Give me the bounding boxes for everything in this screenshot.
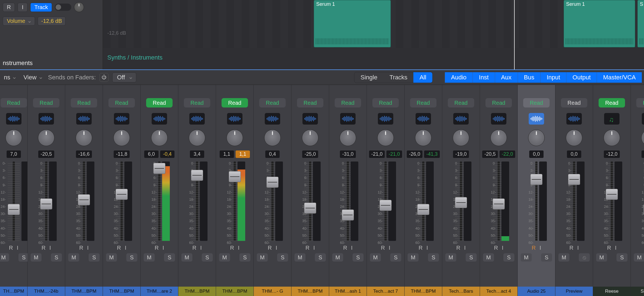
mute-button[interactable]: M bbox=[521, 253, 532, 262]
fader-cap[interactable] bbox=[530, 174, 542, 185]
mute-button[interactable]: M bbox=[181, 253, 192, 262]
mute-button[interactable]: M bbox=[332, 253, 343, 262]
fader-value[interactable]: -25,0 bbox=[302, 150, 318, 158]
solo-button[interactable]: S bbox=[51, 253, 62, 262]
input-monitor[interactable]: I bbox=[162, 245, 164, 251]
sends-power-button[interactable]: ⏻ bbox=[100, 73, 108, 82]
mute-button[interactable]: M bbox=[370, 253, 381, 262]
solo-button[interactable]: S bbox=[239, 253, 250, 262]
input-monitor[interactable]: I bbox=[426, 245, 428, 251]
input-monitor[interactable]: I bbox=[238, 245, 239, 251]
fader-cap[interactable] bbox=[493, 198, 505, 209]
channel-name[interactable]: THM…BPM bbox=[216, 287, 253, 296]
record-enable[interactable]: R bbox=[494, 245, 498, 251]
solo-button[interactable]: S bbox=[126, 253, 137, 262]
input-monitor[interactable]: I bbox=[539, 245, 541, 251]
solo-button[interactable]: S bbox=[164, 253, 175, 262]
fader-cap[interactable] bbox=[229, 171, 241, 182]
channel-name[interactable]: THM…ash 1 bbox=[329, 287, 367, 296]
fader-cap[interactable] bbox=[191, 170, 203, 181]
input-monitor[interactable]: I bbox=[351, 245, 353, 251]
automation-read-button[interactable]: Read bbox=[335, 98, 361, 107]
channel-name[interactable]: Reese bbox=[593, 287, 631, 296]
channel-icon[interactable] bbox=[529, 113, 544, 125]
input-monitor[interactable]: I bbox=[313, 245, 315, 251]
fader-cap[interactable] bbox=[304, 203, 316, 214]
filter-bus[interactable]: Bus bbox=[518, 72, 541, 83]
automation-value[interactable]: -12,6 dB bbox=[38, 17, 66, 26]
channel-name[interactable]: Tech…act 4 bbox=[480, 287, 517, 296]
pan-knob[interactable] bbox=[113, 130, 130, 146]
input-monitor[interactable]: I bbox=[389, 245, 390, 251]
record-enable[interactable]: R bbox=[381, 245, 385, 251]
channel-icon[interactable] bbox=[302, 113, 318, 125]
channel-name[interactable]: Audio 25 bbox=[518, 287, 555, 296]
input-monitor[interactable]: I bbox=[200, 245, 202, 251]
fader-cap[interactable] bbox=[116, 189, 128, 200]
mute-button[interactable]: M bbox=[106, 253, 117, 262]
mute-button[interactable]: M bbox=[31, 253, 42, 262]
channel-name[interactable]: Synth St bbox=[631, 287, 644, 296]
fader-value[interactable]: -20,5 bbox=[482, 150, 498, 158]
channel-icon[interactable] bbox=[566, 113, 582, 125]
arrange-area[interactable]: -12,6 dB Synths / Instruments Serum 1Ser… bbox=[103, 0, 644, 69]
channel-name[interactable]: TH…BPM bbox=[0, 287, 27, 296]
fader-value[interactable]: -26,0 bbox=[407, 150, 422, 158]
pan-knob[interactable] bbox=[302, 130, 318, 146]
pan-knob[interactable] bbox=[453, 130, 469, 146]
channel-icon[interactable] bbox=[76, 113, 92, 125]
automation-read-button[interactable]: Read bbox=[636, 98, 644, 107]
input-monitor[interactable]: I bbox=[615, 245, 616, 251]
channel-icon[interactable] bbox=[227, 113, 242, 125]
automation-read-button[interactable]: Read bbox=[222, 98, 248, 107]
input-monitor[interactable]: I bbox=[577, 245, 579, 251]
input-monitor[interactable]: I bbox=[125, 245, 126, 251]
pan-knob[interactable] bbox=[76, 130, 92, 146]
automation-read-button[interactable]: Read bbox=[184, 98, 210, 107]
fader-cap[interactable] bbox=[417, 204, 429, 215]
channel-name[interactable]: THM…BPM bbox=[405, 287, 442, 296]
mute-button[interactable]: M bbox=[219, 253, 230, 262]
mute-button[interactable]: M bbox=[634, 253, 644, 262]
fader-value[interactable]: -11,8 bbox=[114, 150, 129, 158]
solo-button[interactable]: S bbox=[202, 253, 213, 262]
pan-knob[interactable] bbox=[641, 130, 644, 146]
channel-name[interactable]: THM…-24b bbox=[28, 287, 65, 296]
channel-icon[interactable] bbox=[6, 113, 21, 125]
record-enable[interactable]: R bbox=[79, 245, 83, 251]
automation-read-button[interactable]: Read bbox=[259, 98, 286, 107]
pan-knob[interactable] bbox=[377, 130, 394, 146]
input-monitor[interactable]: I bbox=[49, 245, 51, 251]
fader-value[interactable]: 0,0 bbox=[567, 150, 581, 158]
channel-name[interactable]: THM…BPM bbox=[103, 287, 140, 296]
fader-cap[interactable] bbox=[266, 177, 279, 188]
mixer-view-tracks[interactable]: Tracks bbox=[383, 72, 413, 83]
automation-read-button[interactable]: Read bbox=[599, 98, 625, 107]
record-enable[interactable]: R bbox=[268, 245, 272, 251]
pan-knob[interactable] bbox=[604, 130, 620, 146]
automation-read-button[interactable]: Read bbox=[485, 98, 512, 107]
fader-cap[interactable] bbox=[455, 197, 467, 208]
solo-button[interactable]: S bbox=[277, 253, 288, 262]
channel-name[interactable]: THM…BPM bbox=[178, 287, 216, 296]
channel-name[interactable]: Tech…act 7 bbox=[367, 287, 404, 296]
inspector-knob[interactable] bbox=[74, 2, 84, 12]
playhead[interactable] bbox=[514, 0, 515, 69]
peak-value[interactable]: -0,4 bbox=[160, 150, 174, 158]
record-enable[interactable]: R bbox=[305, 245, 309, 251]
mute-button[interactable]: M bbox=[257, 253, 268, 262]
automation-read-button[interactable]: Read bbox=[33, 98, 59, 107]
mute-button[interactable]: M bbox=[144, 253, 155, 262]
solo-button[interactable]: S bbox=[503, 253, 514, 262]
solo-button[interactable]: S bbox=[466, 253, 477, 262]
pan-knob[interactable] bbox=[264, 130, 281, 146]
automation-read-button[interactable]: Read bbox=[71, 98, 97, 107]
record-enable[interactable]: R bbox=[155, 245, 159, 251]
fader-value[interactable]: -19,0 bbox=[453, 150, 469, 158]
fader-value[interactable]: -31,0 bbox=[340, 150, 356, 158]
folder-track-label[interactable]: Synths / Instruments bbox=[107, 54, 163, 61]
pan-knob[interactable] bbox=[189, 130, 205, 146]
mixer-view-single[interactable]: Single bbox=[354, 72, 383, 83]
channel-icon[interactable] bbox=[340, 113, 356, 125]
track-on-toggle[interactable] bbox=[55, 4, 71, 11]
